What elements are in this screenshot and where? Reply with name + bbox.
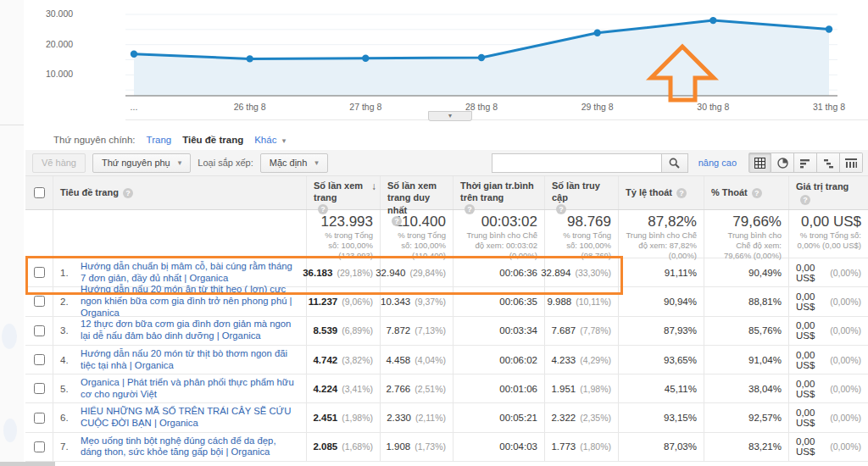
- tab-khac[interactable]: Khác ▾: [254, 135, 286, 145]
- header-unique-pageviews[interactable]: Số lần xem trang duy nhất ?: [380, 176, 453, 209]
- row-bounce-rate: 90,94%: [618, 287, 704, 315]
- row-bounce-rate: 87,03%: [618, 433, 704, 461]
- row-bounce-rate: 93,65%: [618, 346, 704, 374]
- row-checkbox-cell: [25, 258, 53, 286]
- summary-value: 98.769: [552, 213, 611, 230]
- summary-page-value: 0,00 US$ % trong Tổng số: 0,00% (0,00 US…: [788, 210, 868, 258]
- chart-scrubber-handle[interactable]: ▾: [428, 111, 472, 121]
- header-pageviews[interactable]: Số lần xem trang ? ↓: [306, 176, 380, 209]
- metric-value: 85,76%: [748, 325, 782, 336]
- summary-subtext: Trung bình cho Chế độ xem: 79,66% (0,00%…: [711, 230, 782, 261]
- tab-trang[interactable]: Trang: [147, 135, 172, 145]
- metric-value: 00:06:02: [499, 355, 537, 365]
- metric-value: 4.224: [313, 384, 337, 394]
- header-avg-time[interactable]: Thời gian tr.bình trên trang ?: [453, 176, 544, 209]
- page-title-link[interactable]: Mẹo uống tinh bột nghệ đúng cách để da đ…: [81, 435, 299, 459]
- x-axis-label: 31 thg 8: [813, 102, 845, 112]
- row-checkbox[interactable]: [34, 441, 45, 452]
- tab-khac-label: Khác: [254, 135, 276, 145]
- header-entrances[interactable]: Số lần truy cập ?: [544, 176, 618, 209]
- row-index: 7.: [60, 441, 81, 452]
- page-title-link[interactable]: 12 thực đơn bữa cơm gia đình đơn giản mà…: [81, 319, 299, 342]
- metric-value: 00:03:34: [499, 325, 537, 336]
- page-title-link[interactable]: Hướng dẫn nấu 20 món từ thịt bò thơm ngo…: [81, 348, 299, 372]
- search-input[interactable]: [492, 153, 661, 173]
- performance-view-button[interactable]: [794, 153, 817, 173]
- header-bounce-rate[interactable]: Tỷ lệ thoát ?: [618, 176, 704, 209]
- search-button[interactable]: [661, 153, 688, 173]
- comparison-view-button[interactable]: [817, 153, 840, 173]
- summary-empty: [25, 210, 53, 258]
- plot-rows-button[interactable]: Vẽ hàng: [32, 153, 86, 173]
- metric-percent: (0,00%): [830, 441, 861, 452]
- help-icon[interactable]: ?: [556, 204, 566, 214]
- metric-value: 87,03%: [664, 441, 697, 452]
- row-bounce-rate: 45,11%: [618, 374, 704, 402]
- page-title-link[interactable]: Hướng dẫn nấu 20 món ăn từ thịt heo ( lợ…: [81, 284, 299, 319]
- row-checkbox[interactable]: [34, 354, 45, 365]
- summary-subtext: Trung bình cho Chế độ xem: 87,82% (0,00%…: [626, 230, 697, 261]
- metric-value: 0,00 US$: [796, 350, 826, 370]
- row-checkbox[interactable]: [34, 325, 45, 336]
- help-icon[interactable]: ?: [465, 204, 475, 214]
- help-icon[interactable]: ?: [800, 195, 810, 205]
- summary-value: 87,82%: [626, 213, 697, 230]
- header-label: Số lần xem trang duy nhất: [387, 180, 446, 216]
- summary-subtext: % trong Tổng số: 100,00% (123.993): [314, 230, 373, 261]
- row-checkbox-cell: [25, 317, 53, 345]
- table-search: [492, 153, 688, 173]
- row-index: 2.: [60, 297, 81, 307]
- row-pageviews: 4.742 (3,82%): [306, 346, 380, 374]
- percentage-view-button[interactable]: [771, 153, 794, 173]
- header-page-value[interactable]: Giá trị trang ?: [788, 176, 868, 209]
- x-axis-label: ...: [131, 102, 138, 112]
- metric-value: 1.908: [386, 441, 410, 452]
- page-title-link[interactable]: Organica | Phát triển và phân phối thực …: [81, 377, 299, 401]
- row-title-cell: 1. Hướng dẫn chuẩn bị mâm cỗ, bài cúng r…: [53, 258, 306, 286]
- metric-percent: (0,00%): [830, 384, 861, 394]
- metric-percent: (1,98%): [342, 413, 373, 423]
- advanced-search-link[interactable]: nâng cao: [698, 158, 737, 168]
- pivot-view-button[interactable]: [840, 153, 863, 173]
- summary-value: 79,66%: [711, 213, 782, 230]
- metric-value: 88,81%: [748, 297, 782, 307]
- table-view-button[interactable]: [748, 153, 771, 173]
- row-title-cell: 5. Organica | Phát triển và phân phối th…: [53, 374, 306, 402]
- help-icon[interactable]: ?: [676, 188, 687, 198]
- row-page-value: 0,00 US$ (0,00%): [788, 403, 868, 431]
- metric-percent: (2,35%): [580, 413, 611, 423]
- table-row: 4. Hướng dẫn nấu 20 món từ thịt bò thơm …: [25, 346, 868, 374]
- row-checkbox-cell: [25, 374, 53, 402]
- secondary-dimension-button[interactable]: Thứ nguyên phụ ▾: [92, 153, 191, 173]
- page-title-link[interactable]: HIỂU NHỮNG MÃ SỐ TRÊN TRÁI CÂY SẼ CỨU CU…: [81, 406, 299, 430]
- header-exit-rate[interactable]: % Thoát ?: [704, 176, 788, 209]
- y-axis-label: 30.000: [46, 8, 73, 19]
- secondary-dimension-label: Thứ nguyên phụ: [102, 158, 170, 168]
- tab-tieu-de-trang[interactable]: Tiêu đề trang: [182, 135, 243, 145]
- view-switcher: [748, 153, 863, 173]
- primary-dimension-label: Thứ nguyên chính:: [53, 135, 136, 145]
- report-data-table: Tiêu đề trang ? Số lần xem trang ? ↓ Số …: [25, 176, 868, 462]
- metric-value: 0,00 US$: [796, 408, 826, 428]
- page-title-link[interactable]: Hướng dẫn chuẩn bị mâm cỗ, bài cúng rằm …: [81, 261, 299, 285]
- row-entrances: 7.687 (7,78%): [544, 317, 618, 345]
- row-checkbox[interactable]: [34, 267, 45, 278]
- caret-down-icon: ▾: [448, 112, 452, 119]
- metric-value: 4.742: [313, 355, 337, 365]
- row-title-cell: 6. HIỂU NHỮNG MÃ SỐ TRÊN TRÁI CÂY SẼ CỨU…: [53, 403, 306, 431]
- metric-percent: (3,82%): [342, 355, 373, 365]
- header-page-title[interactable]: Tiêu đề trang ?: [53, 176, 306, 209]
- help-icon[interactable]: ?: [392, 216, 402, 226]
- help-icon[interactable]: ?: [123, 188, 133, 198]
- sort-type-button[interactable]: Mặc định ▾: [260, 153, 328, 173]
- metric-percent: (7,13%): [415, 325, 446, 336]
- metric-value: 91,04%: [748, 355, 782, 365]
- row-checkbox[interactable]: [34, 296, 45, 307]
- help-icon[interactable]: ?: [318, 204, 328, 214]
- row-checkbox[interactable]: [34, 383, 45, 394]
- metric-value: 7.687: [551, 325, 576, 336]
- row-checkbox[interactable]: [34, 413, 45, 424]
- select-all-checkbox[interactable]: [34, 187, 45, 198]
- metric-percent: (0,00%): [830, 297, 861, 307]
- help-icon[interactable]: ?: [752, 188, 762, 198]
